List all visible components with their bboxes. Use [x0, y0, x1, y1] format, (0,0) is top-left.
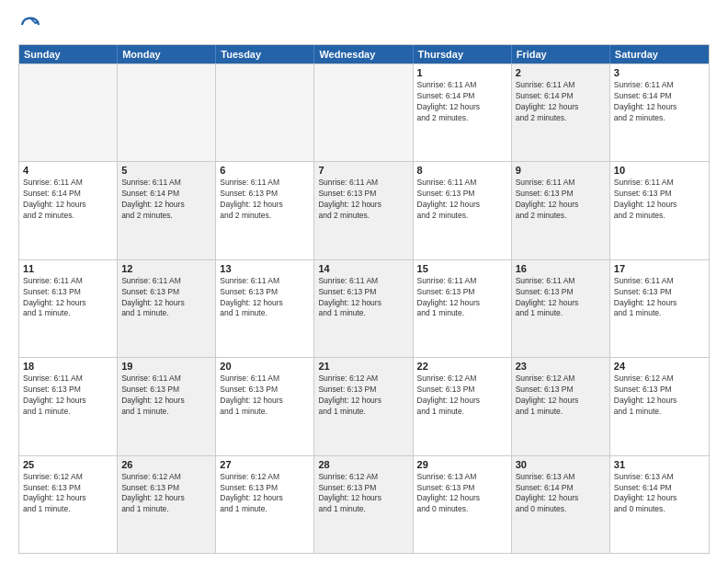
day-info: Sunrise: 6:11 AMSunset: 6:13 PMDaylight:… — [23, 373, 113, 418]
day-info: Sunrise: 6:11 AMSunset: 6:13 PMDaylight:… — [23, 276, 113, 320]
calendar-header-saturday: Saturday — [610, 45, 709, 63]
day-number: 25 — [23, 459, 113, 470]
logo — [18, 15, 40, 35]
day-number: 19 — [121, 361, 211, 372]
day-info: Sunrise: 6:11 AMSunset: 6:13 PMDaylight:… — [220, 178, 310, 222]
day-info: Sunrise: 6:13 AMSunset: 6:13 PMDaylight:… — [417, 472, 507, 516]
day-number: 29 — [417, 459, 507, 470]
calendar-header-tuesday: Tuesday — [216, 45, 314, 63]
day-info: Sunrise: 6:11 AMSunset: 6:13 PMDaylight:… — [220, 276, 310, 320]
calendar-cell-empty — [314, 64, 413, 161]
calendar-header-thursday: Thursday — [414, 45, 512, 63]
day-number: 11 — [23, 263, 113, 274]
calendar-cell-26: 26Sunrise: 6:12 AMSunset: 6:13 PMDayligh… — [118, 456, 216, 553]
day-info: Sunrise: 6:12 AMSunset: 6:13 PMDaylight:… — [318, 472, 408, 516]
calendar-row-2: 11Sunrise: 6:11 AMSunset: 6:13 PMDayligh… — [19, 259, 709, 357]
day-number: 21 — [318, 361, 408, 372]
day-info: Sunrise: 6:11 AMSunset: 6:14 PMDaylight:… — [614, 80, 705, 124]
day-number: 14 — [318, 263, 408, 274]
calendar-cell-3: 3Sunrise: 6:11 AMSunset: 6:14 PMDaylight… — [610, 64, 709, 161]
day-info: Sunrise: 6:11 AMSunset: 6:14 PMDaylight:… — [121, 178, 211, 222]
calendar-cell-14: 14Sunrise: 6:11 AMSunset: 6:13 PMDayligh… — [314, 260, 413, 357]
calendar-header-wednesday: Wednesday — [314, 45, 413, 63]
calendar-cell-31: 31Sunrise: 6:13 AMSunset: 6:14 PMDayligh… — [610, 456, 709, 553]
day-number: 16 — [516, 263, 606, 274]
calendar-cell-23: 23Sunrise: 6:12 AMSunset: 6:13 PMDayligh… — [512, 358, 610, 454]
day-info: Sunrise: 6:12 AMSunset: 6:13 PMDaylight:… — [318, 373, 408, 418]
day-info: Sunrise: 6:12 AMSunset: 6:13 PMDaylight:… — [220, 472, 310, 516]
logo-icon — [20, 15, 40, 35]
calendar-header-sunday: Sunday — [19, 45, 118, 63]
day-number: 2 — [516, 67, 606, 78]
calendar-cell-27: 27Sunrise: 6:12 AMSunset: 6:13 PMDayligh… — [216, 456, 314, 553]
calendar-cell-10: 10Sunrise: 6:11 AMSunset: 6:13 PMDayligh… — [610, 162, 709, 259]
calendar-header-monday: Monday — [118, 45, 216, 63]
calendar-cell-17: 17Sunrise: 6:11 AMSunset: 6:13 PMDayligh… — [610, 260, 709, 357]
calendar-cell-1: 1Sunrise: 6:11 AMSunset: 6:14 PMDaylight… — [414, 64, 512, 161]
day-number: 26 — [121, 459, 211, 470]
day-number: 12 — [121, 263, 211, 274]
day-info: Sunrise: 6:11 AMSunset: 6:13 PMDaylight:… — [121, 373, 211, 418]
calendar-cell-12: 12Sunrise: 6:11 AMSunset: 6:13 PMDayligh… — [118, 260, 216, 357]
calendar-cell-15: 15Sunrise: 6:11 AMSunset: 6:13 PMDayligh… — [414, 260, 512, 357]
day-number: 10 — [614, 165, 705, 176]
calendar-cell-6: 6Sunrise: 6:11 AMSunset: 6:13 PMDaylight… — [216, 162, 314, 259]
calendar-cell-7: 7Sunrise: 6:11 AMSunset: 6:13 PMDaylight… — [314, 162, 413, 259]
day-number: 22 — [417, 361, 507, 372]
day-number: 3 — [614, 67, 705, 78]
day-number: 5 — [121, 165, 211, 176]
day-number: 20 — [220, 361, 310, 372]
day-info: Sunrise: 6:11 AMSunset: 6:13 PMDaylight:… — [614, 276, 705, 320]
day-number: 13 — [220, 263, 310, 274]
calendar-cell-18: 18Sunrise: 6:11 AMSunset: 6:13 PMDayligh… — [19, 358, 118, 454]
calendar-cell-2: 2Sunrise: 6:11 AMSunset: 6:14 PMDaylight… — [512, 64, 610, 161]
calendar-cell-30: 30Sunrise: 6:13 AMSunset: 6:14 PMDayligh… — [512, 456, 610, 553]
calendar-header: SundayMondayTuesdayWednesdayThursdayFrid… — [19, 45, 709, 63]
day-info: Sunrise: 6:11 AMSunset: 6:13 PMDaylight:… — [318, 276, 408, 320]
day-info: Sunrise: 6:12 AMSunset: 6:13 PMDaylight:… — [516, 373, 606, 418]
day-info: Sunrise: 6:11 AMSunset: 6:13 PMDaylight:… — [220, 373, 310, 418]
day-number: 8 — [417, 165, 507, 176]
day-info: Sunrise: 6:12 AMSunset: 6:13 PMDaylight:… — [614, 373, 705, 418]
day-number: 17 — [614, 263, 705, 274]
calendar-cell-empty — [216, 64, 314, 161]
calendar-header-friday: Friday — [512, 45, 610, 63]
day-info: Sunrise: 6:11 AMSunset: 6:14 PMDaylight:… — [516, 80, 606, 124]
calendar-cell-25: 25Sunrise: 6:12 AMSunset: 6:13 PMDayligh… — [19, 456, 118, 553]
day-info: Sunrise: 6:13 AMSunset: 6:14 PMDaylight:… — [516, 472, 606, 516]
day-number: 31 — [614, 459, 705, 470]
day-number: 24 — [614, 361, 705, 372]
day-number: 27 — [220, 459, 310, 470]
calendar-cell-11: 11Sunrise: 6:11 AMSunset: 6:13 PMDayligh… — [19, 260, 118, 357]
day-number: 28 — [318, 459, 408, 470]
day-info: Sunrise: 6:11 AMSunset: 6:14 PMDaylight:… — [23, 178, 113, 222]
calendar-cell-28: 28Sunrise: 6:12 AMSunset: 6:13 PMDayligh… — [314, 456, 413, 553]
day-info: Sunrise: 6:11 AMSunset: 6:13 PMDaylight:… — [516, 276, 606, 320]
day-number: 15 — [417, 263, 507, 274]
calendar-cell-empty — [118, 64, 216, 161]
day-number: 7 — [318, 165, 408, 176]
calendar-cell-21: 21Sunrise: 6:12 AMSunset: 6:13 PMDayligh… — [314, 358, 413, 454]
day-info: Sunrise: 6:11 AMSunset: 6:13 PMDaylight:… — [417, 178, 507, 222]
calendar-cell-16: 16Sunrise: 6:11 AMSunset: 6:13 PMDayligh… — [512, 260, 610, 357]
header — [18, 15, 710, 35]
day-info: Sunrise: 6:12 AMSunset: 6:13 PMDaylight:… — [417, 373, 507, 418]
calendar-row-4: 25Sunrise: 6:12 AMSunset: 6:13 PMDayligh… — [19, 455, 709, 553]
calendar-row-3: 18Sunrise: 6:11 AMSunset: 6:13 PMDayligh… — [19, 357, 709, 454]
day-info: Sunrise: 6:12 AMSunset: 6:13 PMDaylight:… — [23, 472, 113, 516]
day-info: Sunrise: 6:13 AMSunset: 6:14 PMDaylight:… — [614, 472, 705, 516]
page: SundayMondayTuesdayWednesdayThursdayFrid… — [0, 0, 728, 563]
day-info: Sunrise: 6:11 AMSunset: 6:13 PMDaylight:… — [318, 178, 408, 222]
calendar-row-1: 4Sunrise: 6:11 AMSunset: 6:14 PMDaylight… — [19, 161, 709, 259]
calendar-row-0: 1Sunrise: 6:11 AMSunset: 6:14 PMDaylight… — [19, 63, 709, 161]
day-info: Sunrise: 6:11 AMSunset: 6:13 PMDaylight:… — [516, 178, 606, 222]
day-info: Sunrise: 6:11 AMSunset: 6:13 PMDaylight:… — [614, 178, 705, 222]
calendar-cell-4: 4Sunrise: 6:11 AMSunset: 6:14 PMDaylight… — [19, 162, 118, 259]
calendar-body: 1Sunrise: 6:11 AMSunset: 6:14 PMDaylight… — [19, 63, 709, 553]
day-info: Sunrise: 6:11 AMSunset: 6:13 PMDaylight:… — [121, 276, 211, 320]
calendar-cell-19: 19Sunrise: 6:11 AMSunset: 6:13 PMDayligh… — [118, 358, 216, 454]
day-number: 23 — [516, 361, 606, 372]
day-info: Sunrise: 6:12 AMSunset: 6:13 PMDaylight:… — [121, 472, 211, 516]
calendar-cell-22: 22Sunrise: 6:12 AMSunset: 6:13 PMDayligh… — [414, 358, 512, 454]
calendar-cell-5: 5Sunrise: 6:11 AMSunset: 6:14 PMDaylight… — [118, 162, 216, 259]
